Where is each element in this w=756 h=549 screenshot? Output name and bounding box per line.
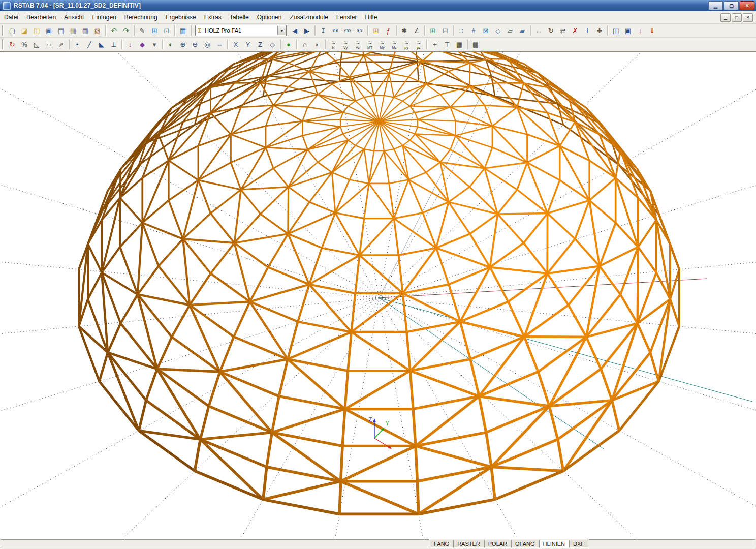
window-tile-icon[interactable]: ▣: [622, 24, 634, 37]
new-member-icon[interactable]: ╱: [83, 38, 96, 50]
result-mz-icon[interactable]: ≈Mz: [388, 38, 400, 50]
view-y-icon[interactable]: Y: [242, 38, 254, 50]
toolbar-grip[interactable]: [2, 25, 5, 36]
loadcase-combobox[interactable]: Σ HOLZ Pro FA1 ▼: [195, 25, 287, 36]
close-button[interactable]: ✕: [740, 1, 754, 10]
mdi-restore-button[interactable]: ▢: [732, 13, 742, 22]
info-icon[interactable]: i: [581, 24, 593, 37]
view-z-icon[interactable]: Z: [254, 38, 266, 50]
result-pz-icon[interactable]: ≈pz: [413, 38, 425, 50]
copy-icon[interactable]: ⊡: [161, 24, 173, 37]
decimal-places-icon[interactable]: X.X: [329, 24, 341, 37]
save-icon[interactable]: ▣: [43, 24, 55, 37]
redo-icon[interactable]: ↷: [120, 24, 132, 37]
zoom-out-icon[interactable]: ⊖: [189, 38, 201, 50]
numbering-icon[interactable]: ▦: [453, 38, 465, 50]
mdi-minimize-button[interactable]: ▁: [720, 13, 731, 22]
shear-icon[interactable]: ▱: [43, 38, 55, 50]
view-x-icon[interactable]: X: [230, 38, 242, 50]
move-icon[interactable]: ↔: [532, 24, 545, 37]
plane-xz-icon[interactable]: ▰: [516, 24, 528, 37]
status-toggle-fang[interactable]: FANG: [430, 540, 453, 548]
calculator-icon[interactable]: ⊞: [370, 24, 382, 37]
project-navigator-icon[interactable]: ◫: [610, 24, 622, 37]
status-toggle-hlinien[interactable]: HLINIEN: [539, 540, 569, 548]
print-report-icon[interactable]: ⇓: [646, 24, 658, 37]
calculate-all-icon[interactable]: ƒ: [382, 24, 394, 37]
clipping-icon[interactable]: ◗: [311, 38, 323, 50]
edit-icon[interactable]: ✎: [136, 24, 148, 37]
result-vz-icon[interactable]: ≈Vz: [352, 38, 364, 50]
result-vy-icon[interactable]: ≈Vy: [339, 38, 352, 50]
menu-tabelle[interactable]: Tabelle: [226, 12, 253, 23]
menu-datei[interactable]: Datei: [0, 12, 22, 23]
new-window-icon[interactable]: ⊞: [148, 24, 161, 37]
settings-icon[interactable]: ✚: [593, 24, 606, 37]
scale-icon[interactable]: ◺: [30, 38, 43, 50]
plane-xy-icon[interactable]: ▱: [504, 24, 516, 37]
visibility-icon[interactable]: ●: [282, 38, 295, 50]
menu-einfügen[interactable]: Einfügen: [88, 12, 120, 23]
menu-ergebnisse[interactable]: Ergebnisse: [162, 12, 200, 23]
open-file-icon[interactable]: ◪: [18, 24, 30, 37]
new-table-icon[interactable]: ⊞: [427, 24, 439, 37]
menu-optionen[interactable]: Optionen: [253, 12, 286, 23]
releases-icon[interactable]: ⊤: [441, 38, 453, 50]
measure-icon[interactable]: ∠: [411, 24, 423, 37]
workplane-icon[interactable]: ◇: [492, 24, 504, 37]
dome-model[interactable]: [79, 52, 679, 514]
local-axes-icon[interactable]: +: [429, 38, 441, 50]
status-toggle-dxf[interactable]: DXF: [569, 540, 588, 548]
previous-loadcase-icon[interactable]: ◀: [289, 24, 301, 37]
report-icon[interactable]: ▧: [91, 24, 104, 37]
new-set-icon[interactable]: ◣: [96, 38, 108, 50]
new-file-icon[interactable]: ▢: [6, 24, 18, 37]
pan-icon[interactable]: ⇔: [213, 38, 226, 50]
generator-icon[interactable]: ◆: [136, 38, 148, 50]
units-icon[interactable]: X,X: [354, 24, 366, 37]
zoom-all-icon[interactable]: ◎: [201, 38, 213, 50]
result-my-icon[interactable]: ≈My: [376, 38, 388, 50]
status-toggle-polar[interactable]: POLAR: [484, 540, 511, 548]
new-load-icon[interactable]: ↓: [124, 38, 136, 50]
maximize-button[interactable]: ▢: [724, 1, 739, 10]
guidelines-icon[interactable]: #: [467, 24, 480, 37]
export-pdf-icon[interactable]: ↓: [634, 24, 646, 37]
page-setup-icon[interactable]: ▦: [79, 24, 91, 37]
loadcase-dropdown-button[interactable]: ▼: [277, 26, 286, 35]
menu-berechnung[interactable]: Berechnung: [120, 12, 162, 23]
mdi-close-button[interactable]: ✕: [743, 13, 753, 22]
result-n-icon[interactable]: ≈N: [327, 38, 339, 50]
toolbar-grip-2[interactable]: [2, 39, 5, 49]
menu-zusatzmodule[interactable]: Zusatzmodule: [286, 12, 332, 23]
menu-extras[interactable]: Extras: [200, 12, 226, 23]
snap-icon[interactable]: ⊠: [480, 24, 492, 37]
grid-icon[interactable]: ∷: [455, 24, 467, 37]
print-icon[interactable]: ▤: [55, 24, 67, 37]
stretch-icon[interactable]: ⇗: [55, 38, 67, 50]
new-node-icon[interactable]: •: [71, 38, 83, 50]
control-panel-icon[interactable]: ▤: [469, 38, 482, 50]
zoom-window-icon[interactable]: ⊕: [177, 38, 189, 50]
decimal-places-2-icon[interactable]: X.XX: [341, 24, 354, 37]
render-mode-icon[interactable]: ◐: [165, 38, 177, 50]
viewport-canvas[interactable]: ZY: [0, 51, 756, 541]
print-preview-icon[interactable]: ▥: [67, 24, 79, 37]
percent-icon[interactable]: %: [18, 38, 30, 50]
menu-ansicht[interactable]: Ansicht: [60, 12, 88, 23]
status-toggle-raster[interactable]: RASTER: [453, 540, 484, 548]
result-py-icon[interactable]: ≈py: [400, 38, 413, 50]
move-down-icon[interactable]: ↧: [317, 24, 329, 37]
tools-icon[interactable]: ✱: [398, 24, 411, 37]
table-icon[interactable]: ▦: [177, 24, 189, 37]
status-toggle-ofang[interactable]: OFANG: [511, 540, 539, 548]
open-project-icon[interactable]: ◫: [30, 24, 43, 37]
delete-icon[interactable]: ✗: [569, 24, 581, 37]
menu-bearbeiten[interactable]: Bearbeiten: [22, 12, 60, 23]
regenerate-icon[interactable]: ↻: [6, 38, 18, 50]
next-loadcase-icon[interactable]: ▶: [301, 24, 313, 37]
table-settings-icon[interactable]: ⊟: [439, 24, 451, 37]
minimize-button[interactable]: ▁: [708, 1, 723, 10]
undo-icon[interactable]: ↶: [108, 24, 120, 37]
generator-menu-icon[interactable]: ▾: [148, 38, 161, 50]
